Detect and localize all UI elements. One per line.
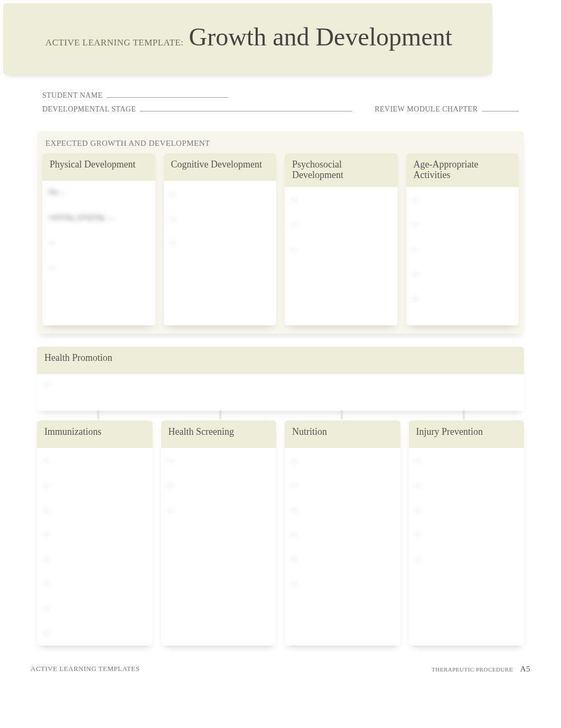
physical-card: Physical Development the ... running, ju… — [42, 153, 155, 325]
template-title: Growth and Development — [189, 23, 453, 51]
nutrition-body: ... ... ... ... ... ... — [285, 448, 400, 617]
footer-right: THERAPEUTIC PROCEDURE A5 — [432, 665, 530, 674]
nutrition-card: Nutrition ... ... ... ... ... ... — [285, 421, 400, 646]
physical-card-title: Physical Development — [42, 153, 155, 181]
connector-line — [280, 411, 403, 421]
student-name-label: STUDENT NAME — [42, 91, 102, 99]
screening-title: Health Screening — [161, 421, 277, 448]
developmental-stage-row: DEVELOPMENTAL STAGE — [42, 105, 351, 114]
developmental-stage-line — [140, 111, 351, 111]
activities-card: Age-Appropriate Activities ... ... ... .… — [406, 153, 519, 325]
health-promotion-title: Health Promotion — [37, 347, 524, 374]
footer-left: ACTIVE LEARNING TEMPLATES — [31, 665, 140, 674]
physical-card-body: the ... running, jumping, ... ... ... — [42, 181, 155, 319]
page: ACTIVE LEARNING TEMPLATE: Growth and Dev… — [0, 3, 561, 689]
review-chapter-line — [482, 111, 519, 111]
immunizations-body: ... ... ... ... ... ... ... ... — [37, 448, 153, 646]
expected-group-label: EXPECTED GROWTH AND DEVELOPMENT — [42, 138, 519, 153]
promo-children-row: Immunizations ... ... ... ... ... ... ..… — [37, 421, 524, 646]
meta-block: STUDENT NAME DEVELOPMENTAL STAGE REVIEW … — [0, 74, 561, 125]
health-promotion-card: Health Promotion ... — [37, 347, 524, 411]
health-promotion-body: ... — [37, 374, 524, 411]
review-chapter-row: REVIEW MODULE CHAPTER — [375, 105, 519, 114]
injury-card: Injury Prevention ... ... ... ... ... — [409, 421, 525, 646]
connector-line — [403, 411, 525, 421]
expected-group: EXPECTED GROWTH AND DEVELOPMENT Physical… — [37, 132, 524, 334]
immunizations-card: Immunizations ... ... ... ... ... ... ..… — [37, 421, 153, 646]
injury-body: ... ... ... ... ... — [409, 448, 525, 617]
activities-card-body: ... ... ... ... ... — [406, 187, 519, 325]
review-chapter-label: REVIEW MODULE CHAPTER — [375, 105, 478, 113]
psychosocial-card-title: Psychosocial Development — [285, 153, 398, 187]
cognitive-card-body: ... ... ... — [164, 181, 277, 319]
connector-lines — [37, 411, 524, 421]
screening-body: ... ... ... — [161, 448, 277, 617]
title-banner: ACTIVE LEARNING TEMPLATE: Growth and Dev… — [3, 3, 492, 74]
nutrition-title: Nutrition — [285, 421, 400, 448]
cognitive-card: Cognitive Development ... ... ... — [164, 153, 277, 325]
connector-line — [37, 411, 159, 421]
psychosocial-card-body: ... ... ... — [285, 187, 398, 325]
cognitive-card-title: Cognitive Development — [164, 153, 277, 181]
activities-card-title: Age-Appropriate Activities — [406, 153, 519, 187]
student-name-line — [107, 97, 228, 98]
footer: ACTIVE LEARNING TEMPLATES THERAPEUTIC PR… — [31, 665, 530, 674]
psychosocial-card: Psychosocial Development ... ... ... — [285, 153, 398, 325]
student-name-row: STUDENT NAME — [42, 91, 519, 100]
footer-page: A5 — [520, 665, 530, 673]
connector-line — [159, 411, 281, 421]
screening-card: Health Screening ... ... ... — [161, 421, 277, 646]
footer-procedure: THERAPEUTIC PROCEDURE — [432, 666, 513, 673]
template-prefix: ACTIVE LEARNING TEMPLATE: — [45, 38, 184, 48]
developmental-stage-label: DEVELOPMENTAL STAGE — [42, 105, 136, 113]
injury-title: Injury Prevention — [409, 421, 525, 448]
immunizations-title: Immunizations — [37, 421, 153, 448]
